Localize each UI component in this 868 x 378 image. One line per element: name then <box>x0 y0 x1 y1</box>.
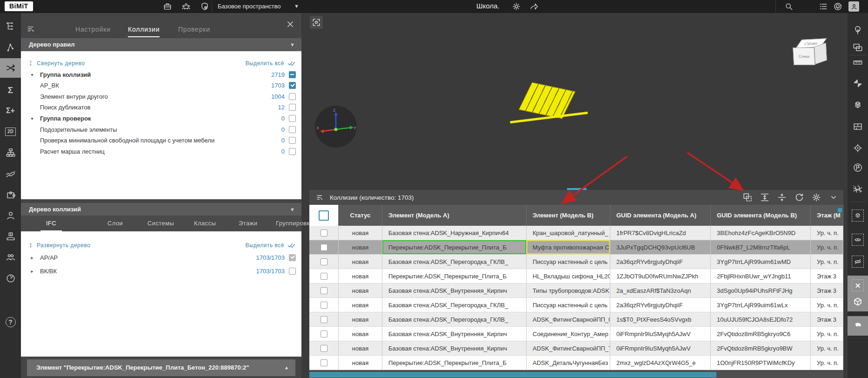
column-status[interactable]: Статус <box>339 205 382 226</box>
right-tool-cube[interactable] <box>848 292 868 311</box>
tree-item-checkbox[interactable] <box>289 82 296 89</box>
briefcase-icon[interactable] <box>163 2 172 11</box>
table-row[interactable]: новаяБазовая стена:ADSK_Внутренняя_Кирпи… <box>309 327 843 341</box>
tree-item-checkbox[interactable] <box>289 115 296 122</box>
select-all-link[interactable]: Выделить всё <box>245 242 284 249</box>
row-checkbox[interactable] <box>320 359 327 366</box>
chevron-right-icon[interactable]: ▸ <box>29 269 35 274</box>
tab-layers[interactable]: Слои <box>107 220 123 227</box>
tab-groupings[interactable]: Группировки <box>276 220 313 227</box>
tree-item-checkbox[interactable] <box>289 254 296 261</box>
right-tool-flag[interactable] <box>848 158 868 177</box>
list-icon[interactable] <box>819 2 828 11</box>
refresh-icon[interactable] <box>794 192 804 202</box>
column-guid-a[interactable]: GUID элемента (Модель А) <box>610 205 711 226</box>
table-row[interactable]: новаяПерекрытие:ADSK_Перекрытие_Плита_БA… <box>309 356 843 370</box>
right-tool-section-box[interactable] <box>848 95 868 115</box>
table-row[interactable]: новаяБазовая стена:ADSK_Внутренняя_Кирпи… <box>309 284 843 298</box>
ifc-tree-item[interactable]: ▸ВК/ВК1703/1703 <box>21 265 301 277</box>
row-checkbox[interactable] <box>320 345 327 352</box>
tree-item-checkbox[interactable] <box>289 71 296 78</box>
tree-item-checkbox[interactable] <box>289 148 296 155</box>
tab-systems[interactable]: Системы <box>147 220 174 227</box>
right-tool-floorplan[interactable] <box>848 117 868 136</box>
right-tool-axes[interactable]: 12 <box>848 180 868 199</box>
tab-collisions[interactable]: Коллизии <box>128 26 160 37</box>
left-tool-packages[interactable] <box>0 227 21 246</box>
table-row[interactable]: новаяБазовая стена:ADSK_Перегородка_ГКЛВ… <box>309 255 843 269</box>
column-floor[interactable]: Этаж (М <box>811 205 843 226</box>
header-checkbox[interactable] <box>319 210 329 221</box>
left-tool-user[interactable] <box>0 206 21 225</box>
rules-tree-item[interactable]: Поиск дубликатов12 <box>21 102 301 113</box>
tree-item-checkbox[interactable] <box>289 137 296 144</box>
table-row[interactable]: новаяПерекрытие:ADSK_Перекрытие_Плита_БH… <box>309 269 843 284</box>
tree-item-checkbox[interactable] <box>289 126 296 133</box>
left-tool-team-location[interactable] <box>0 248 21 267</box>
row-checkbox[interactable] <box>320 331 327 338</box>
right-tool-show-box[interactable] <box>848 230 868 250</box>
left-tool-model-tree[interactable] <box>0 16 21 36</box>
gear-icon[interactable] <box>512 2 521 11</box>
chevron-right-icon[interactable]: ▸ <box>29 255 35 260</box>
chevron-down-icon[interactable]: ▾ <box>29 116 35 121</box>
scrollbar-thumb[interactable] <box>309 372 716 378</box>
column-element-b[interactable]: Элемент (Модель B) <box>527 205 610 226</box>
row-checkbox[interactable] <box>320 287 327 294</box>
expand-tree-link[interactable]: Развернуть дерево <box>37 242 90 249</box>
settings-icon[interactable] <box>811 192 821 202</box>
left-tool-time-gauge[interactable] <box>0 269 21 288</box>
close-icon[interactable] <box>286 20 294 28</box>
left-tool-structure[interactable] <box>0 143 21 162</box>
select-all-link[interactable]: Выделить всё <box>245 60 284 67</box>
collapse-tree-link[interactable]: Свернуть дерево <box>37 60 85 67</box>
rules-tree-item[interactable]: Подозрительные элементы0 <box>21 124 301 135</box>
frame-selection-icon[interactable] <box>310 16 323 29</box>
chevron-down-icon[interactable]: ▼ <box>294 3 299 9</box>
chevron-down-icon[interactable]: ▾ <box>29 72 35 77</box>
workspace-select[interactable]: Базовое пространство <box>218 3 281 10</box>
shield-user-icon[interactable] <box>200 2 209 11</box>
tab-ifc[interactable]: IFC <box>40 220 62 231</box>
row-checkbox[interactable] <box>320 273 327 280</box>
left-tool-2d-view[interactable]: 2D <box>0 122 21 142</box>
rules-tree-item[interactable]: Расчет марша лестниц0 <box>21 146 301 157</box>
right-tool-isolate-box[interactable] <box>848 206 868 225</box>
share-icon[interactable] <box>529 2 539 11</box>
tab-checks[interactable]: Проверки <box>178 26 210 33</box>
avatar-icon[interactable] <box>848 1 859 12</box>
rules-tree-item[interactable]: Элемент внтури другого1004 <box>21 91 301 102</box>
panel-menu-icon[interactable] <box>27 24 36 34</box>
select-columns-icon[interactable] <box>742 192 753 202</box>
left-tool-plugins[interactable] <box>0 185 21 204</box>
team-icon[interactable] <box>181 2 191 11</box>
row-checkbox[interactable] <box>320 258 327 265</box>
column-element-a[interactable]: Элемент (Модель А) <box>382 205 527 226</box>
double-check-icon[interactable] <box>287 59 296 68</box>
double-check-icon[interactable] <box>287 241 296 250</box>
table-row[interactable]: новаяБазовая стена:ADSK_Перегородка_ГКЛВ… <box>309 298 843 312</box>
right-tool-scene-tree[interactable] <box>848 20 868 40</box>
row-checkbox[interactable] <box>320 244 327 251</box>
table-row[interactable]: новаяБазовая стена:ADSK_Перегородка_ГКЛВ… <box>309 312 843 327</box>
rules-tree-item[interactable]: Проверка минимальной свободной площади с… <box>21 135 301 146</box>
right-tool-section-flip[interactable] <box>848 74 868 93</box>
chevron-down-icon[interactable] <box>828 192 839 202</box>
row-checkbox[interactable] <box>320 230 327 236</box>
horizontal-scrollbar[interactable] <box>309 371 843 378</box>
rules-tree-item[interactable]: ▾Группа коллизий2719 <box>21 69 301 80</box>
tab-settings[interactable]: Настройки <box>75 26 111 33</box>
tree-item-checkbox[interactable] <box>289 268 296 275</box>
row-checkbox[interactable] <box>320 316 327 323</box>
chevron-down-icon[interactable]: ▼ <box>290 38 295 51</box>
left-tool-sum-plus[interactable]: Σ+ <box>0 101 21 121</box>
model-element-highlighted[interactable] <box>519 82 576 119</box>
left-tool-collisions[interactable] <box>0 58 21 78</box>
selected-element-bar[interactable]: Элемент "Перекрытие:ADSK_Перекрытие_Плит… <box>27 359 295 376</box>
row-checkbox[interactable] <box>320 302 327 309</box>
tab-floors[interactable]: Этажи <box>239 220 257 227</box>
left-tool-select-elements[interactable] <box>0 38 21 57</box>
chevron-up-icon[interactable]: ▲ <box>284 359 289 376</box>
table-menu-icon[interactable] <box>316 193 324 202</box>
tab-classes[interactable]: Классы <box>194 220 216 227</box>
